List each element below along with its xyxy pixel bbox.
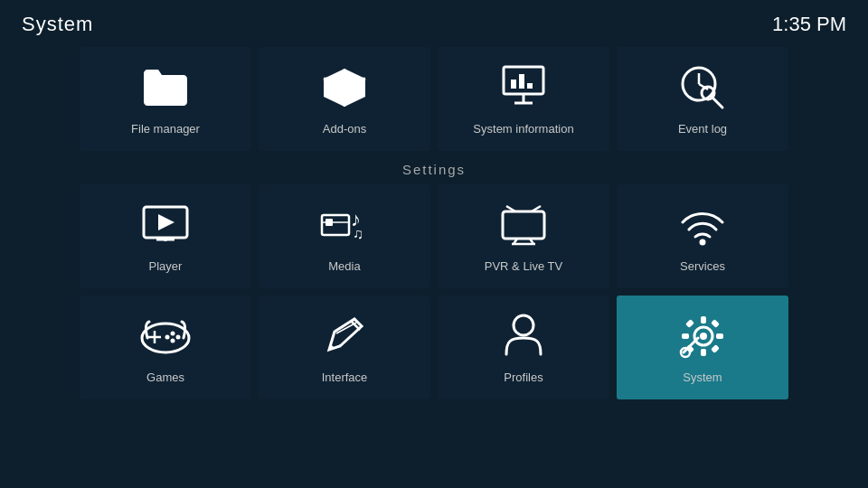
svg-rect-48 xyxy=(701,349,706,356)
tile-interface[interactable]: Interface xyxy=(259,296,430,399)
tile-pvr-live-tv-label: PVR & Live TV xyxy=(485,259,562,273)
tile-event-log-label: Event log xyxy=(678,122,727,136)
tile-media-label: Media xyxy=(328,259,360,273)
settings-grid: Player ♪ ♫ Media xyxy=(0,184,868,399)
svg-point-38 xyxy=(165,335,170,340)
top-bar: System 1:35 PM xyxy=(0,0,868,43)
svg-rect-49 xyxy=(682,333,689,339)
media-icon: ♪ ♫ xyxy=(319,200,370,250)
tile-file-manager-label: File manager xyxy=(131,122,200,136)
person-icon xyxy=(498,311,549,361)
gamepad-icon xyxy=(140,311,191,361)
presentation-icon xyxy=(498,62,549,113)
svg-rect-10 xyxy=(527,83,533,89)
svg-point-35 xyxy=(171,332,175,336)
svg-marker-17 xyxy=(158,214,175,230)
tile-system[interactable]: System xyxy=(617,296,788,399)
tile-services-label: Services xyxy=(680,259,725,273)
svg-rect-47 xyxy=(701,316,706,324)
clock-search-icon xyxy=(677,62,728,113)
tile-player[interactable]: Player xyxy=(80,184,251,288)
tile-add-ons-label: Add-ons xyxy=(323,122,366,136)
tile-games[interactable]: Games xyxy=(80,296,251,399)
tile-profiles[interactable]: Profiles xyxy=(438,296,609,399)
tile-pvr-live-tv[interactable]: PVR & Live TV xyxy=(438,184,609,288)
settings-row-2: Games Interface xyxy=(22,296,846,399)
svg-rect-25 xyxy=(503,211,544,239)
svg-rect-54 xyxy=(711,319,720,328)
top-tiles-row: File manager Add-ons xyxy=(0,47,868,151)
gear-wrench-icon xyxy=(677,311,728,361)
tile-player-label: Player xyxy=(149,259,183,273)
svg-rect-52 xyxy=(711,344,720,353)
tile-services[interactable]: Services xyxy=(617,184,788,288)
play-screen-icon xyxy=(140,200,191,250)
tile-add-ons[interactable]: Add-ons xyxy=(259,47,430,151)
svg-rect-50 xyxy=(716,333,723,339)
tile-event-log[interactable]: Event log xyxy=(617,47,788,151)
folder-icon xyxy=(140,62,191,113)
tile-media[interactable]: ♪ ♫ Media xyxy=(259,184,430,288)
tile-games-label: Games xyxy=(146,371,184,384)
wifi-icon xyxy=(677,200,728,250)
box-icon xyxy=(319,62,370,113)
tile-system-information-label: System information xyxy=(473,122,573,136)
svg-point-36 xyxy=(176,335,181,340)
tile-system-information[interactable]: System information xyxy=(438,47,609,151)
svg-rect-9 xyxy=(519,74,524,89)
svg-point-44 xyxy=(514,315,533,335)
settings-row-1: Player ♪ ♫ Media xyxy=(22,184,846,288)
clock: 1:35 PM xyxy=(772,13,846,36)
svg-point-31 xyxy=(700,239,706,246)
svg-text:♫: ♫ xyxy=(353,226,363,241)
tile-profiles-label: Profiles xyxy=(504,371,542,384)
svg-rect-8 xyxy=(511,80,516,89)
tv-icon xyxy=(498,200,549,250)
svg-rect-51 xyxy=(685,319,694,328)
page-title: System xyxy=(22,13,93,36)
svg-point-46 xyxy=(700,333,707,340)
settings-heading: Settings xyxy=(0,162,868,177)
pencil-icon xyxy=(319,311,370,361)
tile-system-label: System xyxy=(683,371,722,384)
tile-file-manager[interactable]: File manager xyxy=(80,47,251,151)
svg-point-37 xyxy=(171,339,175,343)
tile-interface-label: Interface xyxy=(322,371,368,384)
